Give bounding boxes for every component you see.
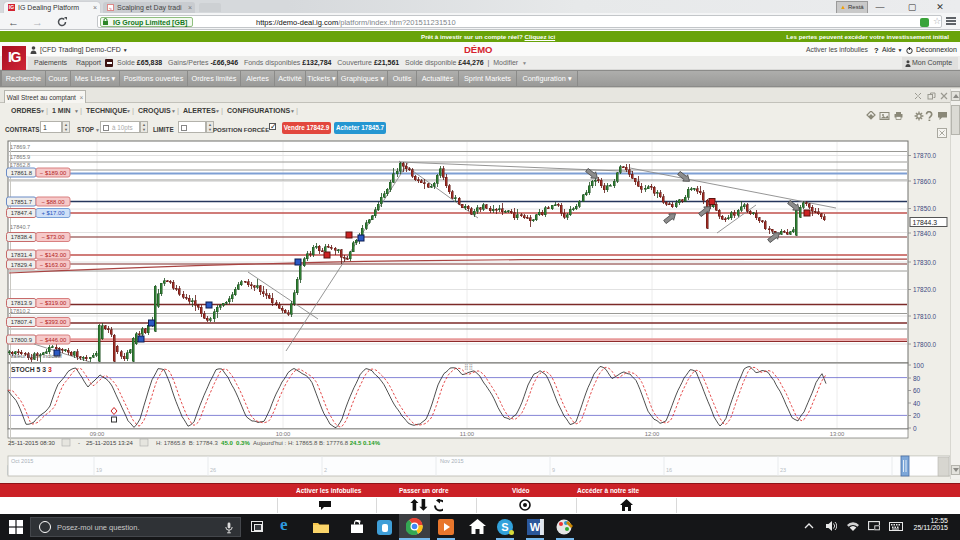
svg-text:H: 17865.8 B: 17784.3 45.0: H: 17865.8 B: 17784.3 45.0 0.3% Aujourd'… — [156, 440, 381, 446]
svg-text:17831.4: 17831.4 — [11, 252, 33, 258]
svg-text:Nov 2015: Nov 2015 — [440, 458, 464, 464]
svg-text:17830.0: 17830.0 — [913, 259, 937, 266]
svg-text:17807.4: 17807.4 — [11, 319, 33, 325]
svg-text:STOCH 5 3 3: STOCH 5 3 3 — [11, 366, 52, 373]
svg-text:25-11-2015 08:30: 25-11-2015 08:30 — [8, 440, 56, 446]
svg-text:17861.8: 17861.8 — [11, 170, 33, 176]
svg-text:20: 20 — [913, 412, 921, 419]
svg-text:− $189.00: − $189.00 — [40, 170, 67, 176]
svg-text:17800.0: 17800.0 — [913, 341, 937, 348]
svg-text:09:00: 09:00 — [90, 431, 105, 437]
svg-text:26: 26 — [210, 467, 216, 473]
svg-text:-: - — [78, 440, 80, 446]
svg-text:100: 100 — [913, 362, 924, 369]
svg-text:10:00: 10:00 — [276, 431, 291, 437]
svg-text:60: 60 — [913, 387, 921, 394]
svg-text:17865.9: 17865.9 — [10, 154, 30, 160]
svg-text:17869.7: 17869.7 — [10, 144, 30, 150]
svg-text:40: 40 — [913, 400, 921, 407]
svg-text:17813.9: 17813.9 — [11, 300, 32, 306]
svg-text:⣿⣿: ⣿⣿ — [464, 364, 473, 370]
svg-text:0: 0 — [913, 425, 917, 432]
svg-text:12:00: 12:00 — [645, 431, 660, 437]
svg-text:Valeur à titre indicatif: Valeur à titre indicatif — [10, 353, 62, 359]
svg-text:17860.0: 17860.0 — [913, 178, 937, 185]
svg-text:− $88.00: − $88.00 — [41, 199, 65, 205]
svg-text:− $446.00: − $446.00 — [40, 337, 67, 343]
svg-text:17850.0: 17850.0 — [913, 205, 937, 212]
svg-text:− $73.00: − $73.00 — [41, 234, 65, 240]
svg-text:17847.4: 17847.4 — [11, 210, 33, 216]
svg-text:− $143.00: − $143.00 — [40, 252, 67, 258]
svg-text:2: 2 — [324, 467, 327, 473]
svg-text:80: 80 — [913, 375, 921, 382]
svg-text:Oct 2015: Oct 2015 — [11, 458, 33, 464]
svg-text:13:00: 13:00 — [830, 431, 845, 437]
svg-text:25-11-2015 13:24: 25-11-2015 13:24 — [86, 440, 134, 446]
svg-text:23: 23 — [780, 467, 786, 473]
svg-text:19: 19 — [96, 467, 102, 473]
svg-text:17862.8: 17862.8 — [10, 162, 30, 168]
svg-text:− $393.00: − $393.00 — [40, 319, 67, 325]
svg-text:17838.4: 17838.4 — [11, 234, 33, 240]
svg-text:17800.9: 17800.9 — [11, 337, 32, 343]
svg-text:11:00: 11:00 — [460, 431, 475, 437]
svg-text:17870.0: 17870.0 — [913, 152, 937, 159]
svg-text:9: 9 — [552, 467, 555, 473]
svg-text:17810.0: 17810.0 — [913, 313, 937, 320]
svg-text:17840.7: 17840.7 — [10, 224, 30, 230]
svg-text:17844.3: 17844.3 — [913, 219, 938, 226]
svg-text:− $163.00: − $163.00 — [40, 262, 67, 268]
svg-text:16: 16 — [666, 467, 672, 473]
svg-text:+ $17.00: + $17.00 — [41, 210, 65, 216]
svg-text:17851.7: 17851.7 — [11, 199, 32, 205]
svg-text:17810.2: 17810.2 — [10, 308, 30, 314]
svg-text:17820.0: 17820.0 — [913, 286, 937, 293]
svg-text:17829.4: 17829.4 — [11, 262, 33, 268]
svg-text:17840.0: 17840.0 — [913, 230, 937, 237]
svg-text:− $319.00: − $319.00 — [40, 300, 67, 306]
